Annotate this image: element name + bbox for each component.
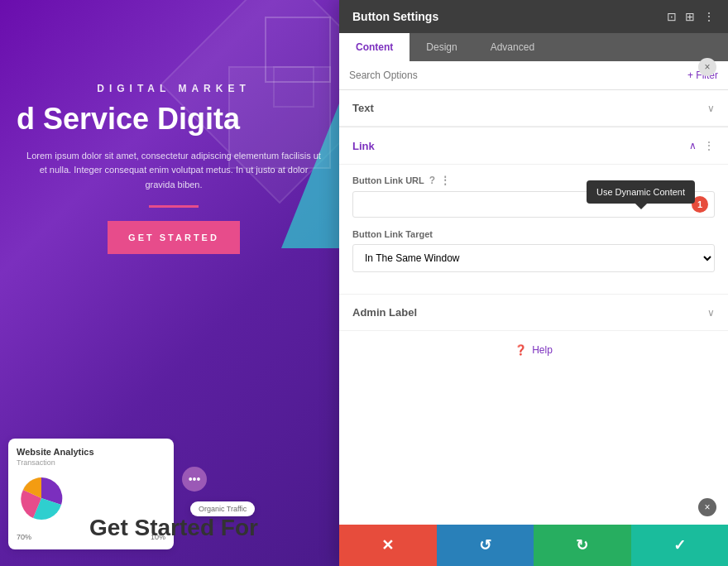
admin-label-section-header[interactable]: Admin Label ∨ [339,295,728,331]
get-started-button[interactable]: GET STARTED [108,221,240,254]
site-divider [149,205,199,208]
button-link-url-more-icon[interactable]: ⋮ [440,175,450,186]
undo-button[interactable]: ↺ [437,525,534,566]
link-more-icon[interactable]: ⋮ [703,139,715,152]
settings-panel: Button Settings ⊡ ⊞ ⋮ × Content Design A… [339,0,728,566]
panel-tabs: Content Design Advanced [339,33,728,61]
panel-close-button[interactable]: × [698,58,716,76]
action-bar: ✕ ↺ ↻ ✓ [339,525,728,566]
website-preview: DIGITAL MARKET d Service Digita Lorem ip… [0,0,347,566]
chat-bubble[interactable]: ••• [182,467,207,492]
bottom-close-button[interactable]: × [698,498,716,516]
analytics-sub: Transaction [17,458,165,467]
site-heading: d Service Digita [17,103,331,136]
bottom-close-icon: × [704,501,710,513]
help-circle-icon: ❓ [515,344,527,356]
search-input[interactable] [349,70,687,81]
close-icon: × [704,61,710,73]
panel-header-icons: ⊡ ⊞ ⋮ [667,10,715,23]
link-chevron-up-icon[interactable]: ∧ [689,140,697,151]
link-section-header[interactable]: Link ∧ ⋮ [339,127,728,165]
tab-design[interactable]: Design [410,33,473,61]
link-section-title: Link [352,140,375,152]
text-section-header[interactable]: Text ∨ [339,90,728,127]
button-link-target-label: Button Link Target [352,229,715,239]
dynamic-content-tooltip: Use Dynamic Content [587,180,695,204]
button-link-target-field: Button Link Target In The Same Window In… [352,229,715,272]
text-chevron-down-icon: ∨ [707,103,715,114]
maximize-icon[interactable]: ⊡ [667,10,677,23]
admin-label-title: Admin Label [352,306,417,319]
site-tagline: DIGITAL MARKET [17,83,331,94]
columns-icon[interactable]: ⊞ [685,10,695,23]
panel-body: + Filter Text ∨ Link ∧ ⋮ Button Link URL… [339,61,728,525]
button-link-target-select[interactable]: In The Same Window In A New Window [352,244,715,272]
tab-content[interactable]: Content [339,33,410,61]
site-description: Lorem ipsum dolor sit amet, consectetur … [17,149,331,193]
more-options-icon[interactable]: ⋮ [703,10,715,23]
chat-icon: ••• [189,472,201,486]
tab-advanced[interactable]: Advanced [474,33,551,61]
text-section-title: Text [352,102,374,114]
panel-header: Button Settings ⊡ ⊞ ⋮ [339,0,728,33]
help-link[interactable]: ❓ Help [339,331,728,369]
bottom-text: Get Started For [0,515,347,541]
deco-rect-2 [273,66,314,108]
cancel-button[interactable]: ✕ [339,525,437,566]
search-bar: + Filter [339,61,728,90]
admin-label-chevron-down-icon: ∨ [707,307,715,319]
panel-title: Button Settings [352,10,438,23]
button-link-url-help-icon[interactable]: ? [429,175,435,186]
redo-button[interactable]: ↻ [534,525,631,566]
analytics-title: Website Analytics [17,447,165,457]
link-section-icons: ∧ ⋮ [689,139,715,152]
save-button[interactable]: ✓ [631,525,729,566]
